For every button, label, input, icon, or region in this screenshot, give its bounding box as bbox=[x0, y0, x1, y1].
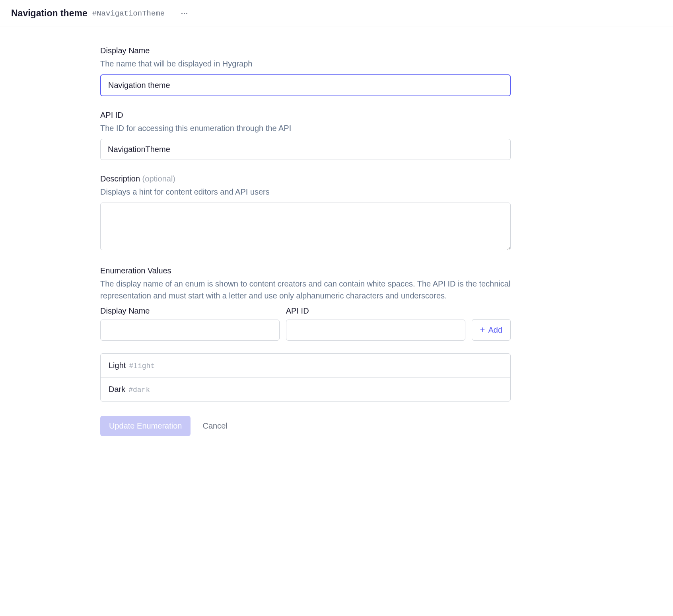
enum-api-id-col: API ID bbox=[286, 306, 465, 341]
description-label: Description (optional) bbox=[100, 174, 511, 183]
api-id-hint: The ID for accessing this enumeration th… bbox=[100, 122, 511, 134]
enum-value-hash: #dark bbox=[128, 386, 150, 394]
enum-display-name-col-label: Display Name bbox=[100, 306, 280, 316]
enum-values-list: Light #light Dark #dark bbox=[100, 353, 511, 402]
description-label-text: Description bbox=[100, 174, 140, 183]
add-button-label: Add bbox=[488, 326, 502, 335]
enum-add-row: Display Name API ID + Add bbox=[100, 306, 511, 341]
description-textarea[interactable] bbox=[100, 203, 511, 250]
page-api-id-hash: #NavigationTheme bbox=[92, 9, 165, 18]
display-name-label: Display Name bbox=[100, 46, 511, 55]
enumeration-label: Enumeration Values bbox=[100, 266, 511, 275]
enum-value-name: Light bbox=[109, 361, 126, 370]
plus-icon: + bbox=[480, 326, 485, 334]
form-actions: Update Enumeration Cancel bbox=[100, 416, 511, 436]
enum-value-name: Dark bbox=[109, 385, 125, 394]
enum-value-row[interactable]: Dark #dark bbox=[101, 378, 510, 401]
form-container: Display Name The name that will be displ… bbox=[100, 27, 530, 455]
enum-api-id-col-label: API ID bbox=[286, 306, 465, 316]
api-id-input[interactable] bbox=[100, 139, 511, 160]
enumeration-hint: The display name of an enum is shown to … bbox=[100, 278, 511, 302]
update-enumeration-button[interactable]: Update Enumeration bbox=[100, 416, 191, 436]
cancel-button[interactable]: Cancel bbox=[200, 416, 230, 436]
enum-display-name-col: Display Name bbox=[100, 306, 280, 341]
description-optional-tag: (optional) bbox=[142, 174, 175, 183]
enum-display-name-input[interactable] bbox=[100, 320, 280, 341]
enum-value-row[interactable]: Light #light bbox=[101, 354, 510, 378]
more-options-icon[interactable] bbox=[179, 10, 190, 16]
api-id-group: API ID The ID for accessing this enumera… bbox=[100, 111, 511, 160]
display-name-input[interactable] bbox=[100, 74, 511, 96]
add-enum-button[interactable]: + Add bbox=[472, 319, 511, 341]
display-name-hint: The name that will be displayed in Hygra… bbox=[100, 58, 511, 70]
enum-value-hash: #light bbox=[129, 362, 155, 370]
api-id-label: API ID bbox=[100, 111, 511, 120]
description-hint: Displays a hint for content editors and … bbox=[100, 186, 511, 198]
enumeration-group: Enumeration Values The display name of a… bbox=[100, 266, 511, 402]
page-header: Navigation theme #NavigationTheme bbox=[0, 0, 673, 27]
enum-api-id-input[interactable] bbox=[286, 320, 465, 341]
description-group: Description (optional) Displays a hint f… bbox=[100, 174, 511, 252]
display-name-group: Display Name The name that will be displ… bbox=[100, 46, 511, 96]
page-title: Navigation theme bbox=[11, 8, 88, 19]
